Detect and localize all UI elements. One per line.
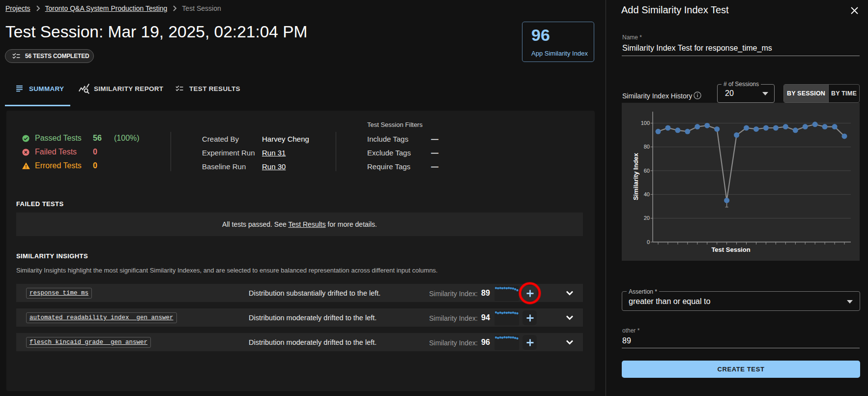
svg-text:0: 0 bbox=[647, 239, 650, 245]
svg-text:20: 20 bbox=[644, 215, 650, 221]
svg-text:80: 80 bbox=[644, 144, 650, 150]
svg-text:Test Session: Test Session bbox=[711, 246, 750, 253]
svg-text:Similarity Index: Similarity Index bbox=[632, 152, 639, 200]
svg-text:60: 60 bbox=[644, 168, 650, 174]
svg-text:100: 100 bbox=[641, 120, 650, 126]
svg-text:40: 40 bbox=[644, 191, 650, 197]
